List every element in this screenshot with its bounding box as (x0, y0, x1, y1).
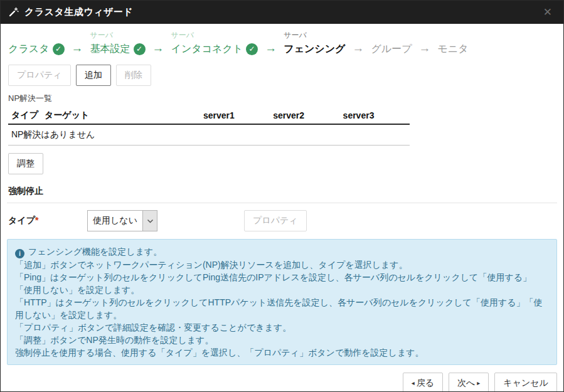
chevron-down-icon (142, 211, 157, 231)
footer-button-bar: ◂戻る 次へ▸ キャンセル (7, 365, 557, 392)
np-toolbar: プロパティ 追加 削除 (1, 57, 563, 86)
arrow-right-icon: → (65, 41, 90, 57)
title-bar: クラスタ生成ウィザード ✕ (1, 1, 563, 24)
info-icon: i (15, 249, 24, 258)
info-line: 「Ping」はターゲット列のセルをクリックしてPing送信先のIPアドレスを設定… (15, 271, 549, 296)
arrow-right-icon: → (345, 41, 371, 57)
cancel-button[interactable]: キャンセル (494, 373, 557, 392)
info-line: 「追加」ボタンでネットワークパーティション(NP)解決リソースを追加し、タイプを… (15, 258, 549, 271)
step-label: グループ (371, 41, 412, 57)
back-triangle-icon: ◂ (412, 379, 415, 386)
table-row: NP解決はありません (8, 124, 410, 146)
check-icon: ✓ (134, 43, 146, 55)
tune-row: 調整 (1, 146, 563, 174)
step-group[interactable]: グループ (371, 30, 412, 57)
step-sublabel (438, 30, 469, 41)
column-header-type: タイプ (8, 107, 41, 124)
info-line: 強制停止を使用する場合、使用する「タイプ」を選択し、「プロパティ」ボタンで動作を… (15, 346, 549, 359)
table-header-row: タイプ ターゲット server1 server2 server3 (8, 107, 410, 124)
step-cluster[interactable]: クラスタ ✓ (8, 30, 65, 57)
info-line: 「HTTP」はターゲット列のセルをクリックしてHTTPパケット送信先を設定し、各… (15, 296, 549, 321)
step-fencing[interactable]: サーバ フェンシング (284, 30, 345, 57)
info-line: 「調整」ボタンでNP発生時の動作を設定します。 (15, 334, 549, 346)
cluster-wizard-dialog: クラスタ生成ウィザード ✕ クラスタ ✓ → サーバ 基本設定 ✓ → サーバ … (0, 0, 564, 392)
info-box: iフェンシング機能を設定します。 「追加」ボタンでネットワークパーティション(N… (7, 239, 557, 365)
step-label: 基本設定 (90, 41, 130, 57)
step-sublabel: サーバ (284, 30, 345, 41)
info-line: iフェンシング機能を設定します。 (15, 245, 549, 258)
step-sublabel: サーバ (90, 30, 146, 41)
arrow-right-icon: → (258, 41, 284, 57)
add-button[interactable]: 追加 (76, 65, 111, 86)
step-interconnect[interactable]: サーバ インタコネクト ✓ (171, 30, 258, 57)
arrow-right-icon: → (412, 41, 438, 57)
column-header-target: ターゲット (41, 107, 200, 124)
column-header-server1: server1 (200, 107, 270, 124)
window-title: クラスタ生成ウィザード (24, 6, 133, 18)
delete-button[interactable]: 削除 (116, 65, 151, 86)
select-value: 使用しない (88, 211, 142, 231)
step-label: フェンシング (284, 41, 345, 57)
check-icon: ✓ (246, 43, 258, 55)
column-header-server3: server3 (340, 107, 410, 124)
check-icon: ✓ (53, 43, 65, 55)
next-button[interactable]: 次へ▸ (449, 373, 489, 392)
property-button[interactable]: プロパティ (8, 65, 71, 86)
forced-stop-type-row: タイプ* 使用しない プロパティ (1, 203, 563, 231)
arrow-right-icon: → (146, 41, 171, 57)
step-basic-settings[interactable]: サーバ 基本設定 ✓ (90, 30, 146, 57)
step-sublabel: サーバ (171, 30, 258, 41)
back-button[interactable]: ◂戻る (403, 373, 443, 392)
forced-stop-section-title: 強制停止 (7, 186, 557, 203)
type-label: タイプ* (8, 215, 87, 226)
column-header-server2: server2 (270, 107, 339, 124)
info-line: 「プロパティ」ボタンで詳細設定を確認・変更することができます。 (15, 321, 549, 334)
magic-wand-icon (8, 7, 19, 18)
step-monitor[interactable]: モニタ (438, 30, 469, 57)
close-icon[interactable]: ✕ (541, 6, 555, 19)
next-triangle-icon: ▸ (477, 379, 480, 386)
forced-stop-property-button[interactable]: プロパティ (244, 210, 307, 231)
required-mark: * (35, 215, 38, 225)
tune-button[interactable]: 調整 (8, 153, 43, 174)
step-sublabel (371, 30, 412, 41)
step-label: クラスタ (8, 41, 50, 57)
np-resolution-table: タイプ ターゲット server1 server2 server3 NP解決はあ… (8, 107, 410, 146)
empty-table-message: NP解決はありません (8, 124, 410, 146)
step-sublabel (8, 30, 65, 41)
wizard-steps: クラスタ ✓ → サーバ 基本設定 ✓ → サーバ インタコネクト ✓ → サー… (1, 24, 563, 57)
step-label: インタコネクト (171, 41, 243, 57)
step-label: モニタ (438, 41, 469, 57)
np-table-caption: NP解決一覧 (1, 86, 563, 107)
forced-stop-type-select[interactable]: 使用しない (87, 210, 157, 231)
